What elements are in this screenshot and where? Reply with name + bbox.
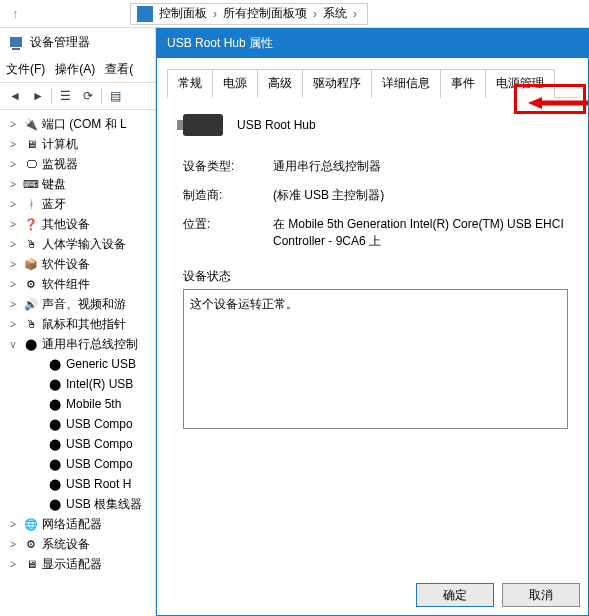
tree-label: 键盘: [42, 176, 66, 193]
tree-label: 监视器: [42, 156, 78, 173]
tree-label: 蓝牙: [42, 196, 66, 213]
usb-icon: ⬤: [47, 416, 63, 432]
breadcrumb-item[interactable]: 控制面板: [159, 5, 207, 22]
tab-0[interactable]: 常规: [167, 69, 213, 98]
tree-label: USB Compo: [66, 417, 133, 431]
svg-rect-1: [12, 48, 20, 50]
tree-item[interactable]: >🌐网络适配器: [2, 514, 153, 534]
sw-icon: 📦: [23, 256, 39, 272]
expand-icon[interactable]: >: [6, 239, 20, 250]
tree-label: Mobile 5th: [66, 397, 121, 411]
tab-3[interactable]: 驱动程序: [302, 69, 372, 98]
tree-label: 声音、视频和游: [42, 296, 126, 313]
device-tree[interactable]: >🔌端口 (COM 和 L>🖥计算机>🖵监视器>⌨键盘>ᚼ蓝牙>❓其他设备>🖱人…: [0, 110, 155, 578]
label-device-status: 设备状态: [183, 268, 568, 285]
tree-item[interactable]: v⬤通用串行总线控制: [2, 334, 153, 354]
ok-button[interactable]: 确定: [416, 583, 494, 607]
device-manager-panel: 设备管理器 文件(F) 操作(A) 查看( ◄ ► ☰ ⟳ ▤ >🔌端口 (CO…: [0, 28, 156, 616]
tree-label: 其他设备: [42, 216, 90, 233]
expand-icon[interactable]: >: [6, 559, 20, 570]
menu-action[interactable]: 操作(A): [55, 61, 95, 78]
usb-icon: ⬤: [47, 356, 63, 372]
expand-icon[interactable]: >: [6, 139, 20, 150]
tree-item[interactable]: >🖥计算机: [2, 134, 153, 154]
tree-item[interactable]: >⚙软件组件: [2, 274, 153, 294]
tree-item[interactable]: >⚙系统设备: [2, 534, 153, 554]
tree-item[interactable]: >ᚼ蓝牙: [2, 194, 153, 214]
cancel-button[interactable]: 取消: [502, 583, 580, 607]
tree-item[interactable]: >🖱鼠标和其他指针: [2, 314, 153, 334]
usb-icon: ⬤: [23, 336, 39, 352]
bt-icon: ᚼ: [23, 196, 39, 212]
expand-icon[interactable]: >: [6, 219, 20, 230]
expand-icon[interactable]: >: [6, 159, 20, 170]
tree-child-item[interactable]: ⬤Intel(R) USB: [2, 374, 153, 394]
tree-item[interactable]: >🖱人体学输入设备: [2, 234, 153, 254]
usb-icon: ⬤: [47, 456, 63, 472]
tab-4[interactable]: 详细信息: [371, 69, 441, 98]
label-location: 位置:: [183, 216, 273, 250]
tree-label: USB Root H: [66, 477, 131, 491]
expand-icon[interactable]: >: [6, 259, 20, 270]
tree-child-item[interactable]: ⬤USB Compo: [2, 414, 153, 434]
toolbar-fwd[interactable]: ►: [27, 86, 49, 106]
expand-icon[interactable]: >: [6, 179, 20, 190]
toolbar-view[interactable]: ☰: [54, 86, 76, 106]
tree-item[interactable]: >🔌端口 (COM 和 L: [2, 114, 153, 134]
expand-icon[interactable]: >: [6, 319, 20, 330]
dialog-title: USB Root Hub 属性: [157, 29, 588, 58]
expand-icon[interactable]: v: [6, 339, 20, 350]
tree-child-item[interactable]: ⬤USB Compo: [2, 454, 153, 474]
tree-item[interactable]: >🖵监视器: [2, 154, 153, 174]
breadcrumb-item[interactable]: 所有控制面板项: [223, 5, 307, 22]
tree-item[interactable]: >❓其他设备: [2, 214, 153, 234]
tab-1[interactable]: 电源: [212, 69, 258, 98]
breadcrumb[interactable]: 控制面板 › 所有控制面板项 › 系统 ›: [130, 3, 368, 25]
tab-5[interactable]: 事件: [440, 69, 486, 98]
breadcrumb-item[interactable]: 系统: [323, 5, 347, 22]
tree-label: 网络适配器: [42, 516, 102, 533]
tree-item[interactable]: >🖥显示适配器: [2, 554, 153, 574]
tree-label: 系统设备: [42, 536, 90, 553]
tree-item[interactable]: >⌨键盘: [2, 174, 153, 194]
other-icon: ❓: [23, 216, 39, 232]
expand-icon[interactable]: >: [6, 539, 20, 550]
tree-child-item[interactable]: ⬤Mobile 5th: [2, 394, 153, 414]
menu-view[interactable]: 查看(: [105, 61, 133, 78]
tree-label: 软件组件: [42, 276, 90, 293]
usb-icon: ⬤: [47, 476, 63, 492]
chevron-right-icon: ›: [209, 7, 221, 21]
tree-child-item[interactable]: ⬤Generic USB: [2, 354, 153, 374]
tree-item[interactable]: >📦软件设备: [2, 254, 153, 274]
tree-label: USB Compo: [66, 457, 133, 471]
tree-label: Intel(R) USB: [66, 377, 133, 391]
tree-child-item[interactable]: ⬤USB Compo: [2, 434, 153, 454]
toolbar-props[interactable]: ▤: [104, 86, 126, 106]
nav-up[interactable]: ↑: [4, 4, 26, 24]
tab-6[interactable]: 电源管理: [485, 69, 555, 98]
menu-bar: 文件(F) 操作(A) 查看(: [0, 57, 155, 83]
tree-label: USB 根集线器: [66, 496, 142, 513]
tab-2[interactable]: 高级: [257, 69, 303, 98]
net-icon: 🌐: [23, 516, 39, 532]
tree-item[interactable]: >🔊声音、视频和游: [2, 294, 153, 314]
tree-label: 显示适配器: [42, 556, 102, 573]
chevron-right-icon: ›: [309, 7, 321, 21]
device-status-text[interactable]: [183, 289, 568, 429]
expand-icon[interactable]: >: [6, 299, 20, 310]
usb-icon: ⬤: [47, 436, 63, 452]
toolbar-back[interactable]: ◄: [4, 86, 26, 106]
port-icon: 🔌: [23, 116, 39, 132]
tree-child-item[interactable]: ⬤USB 根集线器: [2, 494, 153, 514]
menu-file[interactable]: 文件(F): [6, 61, 45, 78]
sys-icon: ⚙: [23, 536, 39, 552]
tree-child-item[interactable]: ⬤USB Root H: [2, 474, 153, 494]
expand-icon[interactable]: >: [6, 279, 20, 290]
expand-icon[interactable]: >: [6, 519, 20, 530]
value-manufacturer: (标准 USB 主控制器): [273, 187, 568, 204]
expand-icon[interactable]: >: [6, 199, 20, 210]
expand-icon[interactable]: >: [6, 119, 20, 130]
tree-label: Generic USB: [66, 357, 136, 371]
tree-label: 计算机: [42, 136, 78, 153]
toolbar-refresh[interactable]: ⟳: [77, 86, 99, 106]
